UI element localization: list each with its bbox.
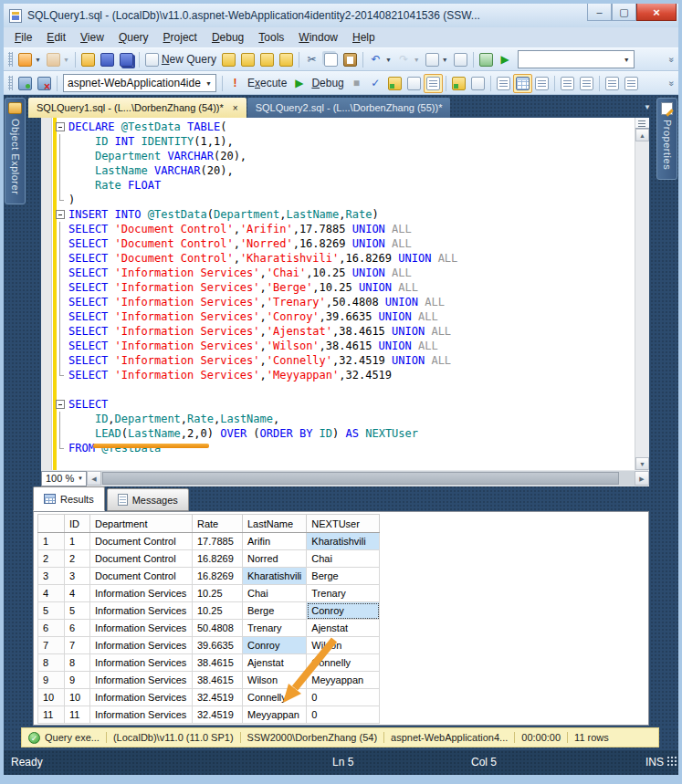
grid-cell[interactable]: 5 — [65, 602, 90, 620]
fold-start-icon[interactable] — [55, 207, 66, 222]
editor-hscrollbar[interactable] — [101, 471, 635, 486]
fold-start-icon[interactable] — [55, 397, 66, 412]
grid-cell[interactable]: Chai — [307, 550, 380, 568]
fold-mid-icon[interactable] — [55, 295, 66, 309]
menu-view[interactable]: View — [73, 29, 111, 46]
maximize-button[interactable]: ▢ — [612, 4, 636, 21]
grid-cell[interactable]: Document Control — [90, 568, 193, 585]
fold-mid-icon[interactable] — [55, 324, 66, 339]
row-header-cell[interactable]: 2 — [38, 550, 65, 568]
object-explorer-tab[interactable]: Object Explorer — [5, 98, 26, 204]
fold-mid-icon[interactable] — [55, 353, 66, 368]
save-icon[interactable] — [98, 50, 117, 69]
save-all-icon[interactable] — [117, 50, 136, 69]
tab-sqlquery2[interactable]: SQLQuery2.sql - (L...\DorbenZhang (55))* — [247, 98, 451, 118]
fold-mid-icon[interactable] — [55, 222, 66, 236]
column-header-nextuser[interactable]: NEXTUser — [307, 515, 380, 533]
grid-cell[interactable]: 38.4615 — [193, 672, 243, 689]
column-header-department[interactable]: Department — [90, 515, 193, 533]
fold-mid-icon[interactable] — [55, 251, 66, 266]
fold-mid-icon[interactable] — [55, 163, 66, 178]
grid-cell[interactable]: Information Services — [90, 672, 193, 689]
grid-cell[interactable]: 32.4519 — [193, 689, 243, 706]
grid-cell[interactable]: Trenary — [307, 585, 380, 602]
scroll-up-icon[interactable]: ▲ — [635, 129, 649, 141]
row-header-cell[interactable]: 6 — [38, 620, 65, 637]
toolbar-combo[interactable]: ▼ — [518, 50, 635, 68]
grid-cell[interactable]: Norred — [243, 550, 307, 568]
tab-sqlquery1[interactable]: SQLQuery1.sql - (L...\DorbenZhang (54))*… — [28, 98, 247, 118]
grid-cell[interactable]: Information Services — [90, 654, 193, 672]
grid-cell[interactable]: Connelly — [243, 689, 307, 706]
grid-cell[interactable]: 3 — [65, 568, 90, 585]
row-header-cell[interactable]: 8 — [38, 654, 65, 672]
results-to-grid-icon[interactable] — [513, 74, 532, 93]
grid-cell[interactable]: 4 — [65, 585, 90, 602]
menu-project[interactable]: Project — [156, 29, 205, 46]
toolbar-overflow-icon[interactable]: » — [667, 80, 677, 86]
tab-list-dropdown-icon[interactable]: ▼ — [644, 103, 651, 111]
fold-end-icon[interactable] — [55, 368, 66, 382]
fold-start-icon[interactable] — [55, 120, 66, 134]
grid-cell[interactable]: Information Services — [90, 689, 193, 706]
results-to-text-icon[interactable] — [494, 74, 513, 93]
grid-cell[interactable]: 0 — [307, 689, 380, 706]
new-item-icon[interactable]: ▼ — [16, 50, 44, 69]
fold-mid-icon[interactable] — [55, 178, 66, 193]
grid-cell[interactable]: 38.4615 — [193, 654, 243, 672]
open-file-icon[interactable] — [79, 50, 98, 69]
analysis-services-xmla-query-icon[interactable] — [277, 50, 296, 69]
splitter-handle-icon[interactable] — [635, 118, 649, 129]
grid-cell[interactable]: Connelly — [307, 654, 380, 672]
stop-icon[interactable]: ■ — [347, 74, 366, 93]
fold-mid-icon[interactable] — [55, 236, 66, 251]
decrease-indent-icon[interactable] — [603, 74, 622, 93]
grid-cell[interactable]: Information Services — [90, 620, 193, 637]
grid-cell[interactable]: 11 — [65, 706, 90, 724]
grid-cell[interactable]: 16.8269 — [193, 550, 243, 568]
column-header-lastname[interactable]: LastName — [243, 515, 307, 533]
grid-cell[interactable]: Chai — [243, 585, 307, 602]
include-client-statistics-icon[interactable] — [468, 74, 488, 93]
column-header-id[interactable]: ID — [65, 515, 90, 533]
connect-icon[interactable] — [16, 74, 35, 93]
column-header-rate[interactable]: Rate — [193, 515, 243, 533]
cut-icon[interactable]: ✂ — [302, 50, 321, 69]
analysis-services-mdx-query-icon[interactable] — [238, 50, 257, 69]
close-tab-icon[interactable]: × — [233, 103, 238, 113]
debug-play-icon[interactable]: ▶ — [289, 74, 309, 93]
grid-cell[interactable]: 8 — [65, 654, 90, 672]
fold-mid-icon[interactable] — [55, 426, 66, 441]
grid-cell[interactable]: Trenary — [243, 620, 307, 637]
start-icon[interactable]: ▶ — [496, 50, 515, 69]
navigate-forward-icon[interactable] — [451, 50, 470, 69]
row-header-cell[interactable]: 5 — [38, 602, 65, 620]
grid-cell[interactable]: Information Services — [90, 602, 193, 620]
menu-edit[interactable]: Edit — [39, 29, 73, 46]
grid-cell[interactable]: Document Control — [90, 550, 193, 568]
fold-end-icon[interactable] — [55, 441, 66, 455]
uncomment-lines-icon[interactable] — [577, 74, 596, 93]
grid-cell[interactable]: Document Control — [90, 533, 193, 550]
grid-cell[interactable]: Wilson — [307, 637, 380, 654]
debug-button[interactable]: Debug — [309, 74, 346, 93]
grid-cell[interactable]: Meyyappan — [243, 706, 307, 724]
comment-lines-icon[interactable] — [558, 74, 577, 93]
grid-cell[interactable]: 16.8269 — [193, 568, 243, 585]
grid-cell[interactable]: Information Services — [90, 706, 193, 724]
toolbar-overflow-icon[interactable]: » — [667, 57, 677, 62]
grid-cell[interactable]: 6 — [65, 620, 90, 637]
paste-icon[interactable] — [341, 50, 360, 69]
row-header-cell[interactable]: 11 — [38, 706, 65, 724]
fold-mid-icon[interactable] — [55, 412, 66, 426]
hscroll-left-icon[interactable]: ◀ — [87, 471, 101, 486]
scroll-down-icon[interactable]: ▼ — [635, 457, 649, 470]
row-header-cell[interactable]: 10 — [38, 689, 65, 706]
grid-cell[interactable]: 39.6635 — [193, 637, 243, 654]
menu-tools[interactable]: Tools — [251, 29, 291, 46]
grid-cell[interactable]: Kharatishvili — [243, 568, 307, 585]
grid-cell[interactable]: 10.25 — [193, 585, 243, 602]
grid-cell[interactable]: Wilson — [243, 672, 307, 689]
menu-help[interactable]: Help — [345, 29, 383, 46]
copy-icon[interactable] — [321, 50, 341, 69]
